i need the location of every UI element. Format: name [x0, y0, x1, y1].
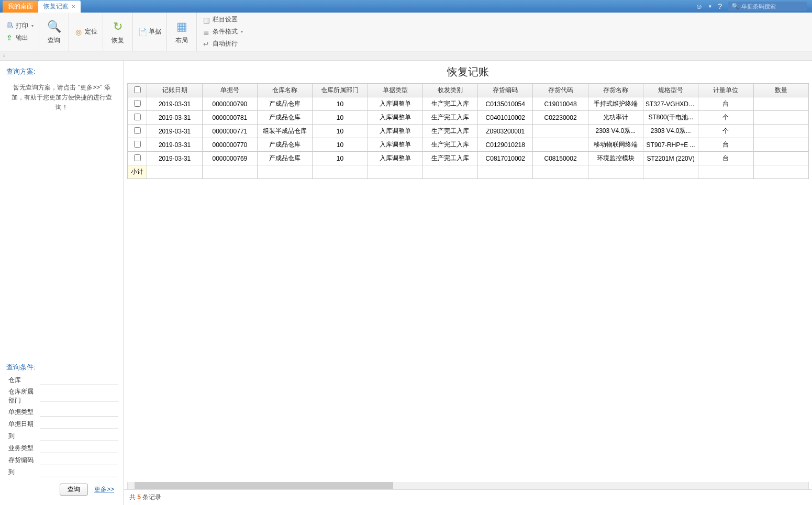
cond-input-7[interactable] — [40, 467, 118, 477]
table-row[interactable]: 2019-03-310000000771组装半成品仓库10入库调整单生产完工入库… — [128, 125, 809, 138]
table-row[interactable]: 2019-03-310000000770产成品仓库10入库调整单生产完工入库C0… — [128, 138, 809, 152]
cond-input-1[interactable] — [40, 391, 118, 401]
table-row[interactable]: 2019-03-310000000781产成品仓库10入库调整单生产完工入库C0… — [128, 111, 809, 125]
cond-label: 到 — [8, 468, 37, 477]
table-cell — [753, 138, 808, 152]
more-link[interactable]: 更多>> — [94, 485, 114, 494]
cond-input-3[interactable] — [40, 419, 118, 429]
table-cell: 2019-03-31 — [147, 125, 202, 138]
doc-button[interactable]: 📄单据 — [136, 26, 163, 37]
column-header[interactable]: 数量 — [753, 84, 808, 97]
column-header[interactable]: 仓库所属部门 — [313, 84, 368, 97]
restore-button[interactable]: ↻恢复 — [109, 18, 126, 45]
table-cell — [753, 125, 808, 138]
column-header[interactable]: 单据号 — [202, 84, 257, 97]
close-icon[interactable]: ✕ — [71, 4, 75, 9]
restore-label: 恢复 — [112, 36, 124, 45]
table-cell: 个 — [698, 111, 753, 125]
chevron-down-icon[interactable]: ▾ — [709, 4, 711, 9]
ribbon-group-locate: ◎定位 — [69, 13, 103, 51]
cond-label: 单据日期 — [8, 420, 37, 429]
collapse-ribbon[interactable]: ‹ — [0, 51, 812, 61]
table-cell: 0000000770 — [202, 138, 257, 152]
subtotal-cell — [422, 165, 477, 179]
horizontal-scrollbar[interactable] — [127, 482, 809, 489]
cond-row: 到 — [2, 466, 121, 478]
autowrap-button[interactable]: ↵自动折行 — [200, 38, 245, 49]
column-header[interactable]: 仓库名称 — [258, 84, 313, 97]
table-cell: ST800(干电池... — [643, 111, 698, 125]
tab-restore[interactable]: 恢复记账 ✕ — [38, 1, 81, 13]
table-cell: C19010048 — [533, 97, 588, 111]
row-checkbox[interactable] — [134, 154, 141, 161]
table-row[interactable]: 2019-03-310000000769产成品仓库10入库调整单生产完工入库C0… — [128, 152, 809, 165]
layout-button[interactable]: ▦布局 — [173, 18, 190, 45]
condformat-button[interactable]: ≣条件格式▾ — [200, 26, 245, 37]
cond-input-2[interactable] — [40, 407, 118, 417]
scrollbar-thumb[interactable] — [135, 482, 393, 489]
layout-label: 布局 — [175, 36, 188, 45]
ribbon-group-doc: 📄单据 — [133, 13, 167, 51]
table-cell: Z0903200001 — [478, 125, 533, 138]
query-submit-button[interactable]: 查询 — [60, 484, 88, 496]
cond-input-0[interactable] — [40, 375, 118, 385]
select-all-checkbox[interactable] — [134, 86, 141, 93]
locate-button[interactable]: ◎定位 — [72, 26, 99, 37]
cond-row: 单据日期 — [2, 418, 121, 430]
cond-label: 仓库所属部门 — [8, 387, 37, 405]
cond-row: 存货编码 — [2, 454, 121, 466]
column-header[interactable]: 存货编码 — [478, 84, 533, 97]
table-cell: 环境监控模块 — [588, 152, 643, 165]
tab-home[interactable]: 我的桌面 — [3, 1, 38, 13]
subtotal-cell — [313, 165, 368, 179]
subtotal-cell — [753, 165, 808, 179]
column-header[interactable]: 规格型号 — [643, 84, 698, 97]
subtotal-cell — [698, 165, 753, 179]
table-cell: 生产完工入库 — [422, 111, 477, 125]
cond-label: 存货编码 — [8, 456, 37, 465]
subtotal-cell — [202, 165, 257, 179]
cond-input-6[interactable] — [40, 455, 118, 465]
table-cell: 2019-03-31 — [147, 138, 202, 152]
search-input[interactable] — [741, 3, 804, 9]
column-header[interactable]: 单据类型 — [368, 84, 422, 97]
row-checkbox[interactable] — [134, 141, 141, 148]
table-cell: 移动物联网终端 — [588, 138, 643, 152]
ribbon-group-output: 🖶打印▾ ⇪输出 — [0, 13, 39, 51]
header-checkbox-cell — [128, 84, 147, 97]
table-cell: ST907-RHP+E ... — [643, 138, 698, 152]
column-header[interactable]: 计量单位 — [698, 84, 753, 97]
cond-row: 单据类型 — [2, 406, 121, 418]
row-checkbox[interactable] — [134, 114, 141, 120]
table-cell: 光功率计 — [588, 111, 643, 125]
footer-suffix: 条记录 — [142, 493, 161, 501]
autowrap-label: 自动折行 — [213, 39, 238, 48]
table-cell: 台 — [698, 97, 753, 111]
cond-input-4[interactable] — [40, 431, 118, 441]
row-checkbox[interactable] — [134, 127, 141, 134]
user-icon[interactable]: ☺ — [695, 2, 703, 10]
cond-input-5[interactable] — [40, 443, 118, 453]
ribbon-group-layout: ▦布局 — [167, 13, 197, 51]
subtotal-cell — [368, 165, 422, 179]
query-button[interactable]: 🔍查询 — [46, 18, 62, 45]
row-checkbox[interactable] — [134, 100, 141, 107]
export-button[interactable]: ⇪输出 — [3, 32, 36, 43]
column-header[interactable]: 存货代码 — [533, 84, 588, 97]
row-checkbox-cell — [128, 125, 147, 138]
column-header[interactable]: 收发类别 — [422, 84, 477, 97]
table-cell: 生产完工入库 — [422, 152, 477, 165]
columns-button[interactable]: ▥栏目设置 — [200, 14, 245, 25]
subtotal-cell — [147, 165, 202, 179]
table-cell: 10 — [313, 125, 368, 138]
help-icon[interactable]: ? — [718, 2, 722, 10]
cond-row: 到 — [2, 430, 121, 442]
table-cell: C02230002 — [533, 111, 588, 125]
row-checkbox-cell — [128, 138, 147, 152]
column-header[interactable]: 存货名称 — [588, 84, 643, 97]
table-cell: 产成品仓库 — [258, 111, 313, 125]
column-header[interactable]: 记账日期 — [147, 84, 202, 97]
table-row[interactable]: 2019-03-310000000790产成品仓库10入库调整单生产完工入库C0… — [128, 97, 809, 111]
print-button[interactable]: 🖶打印▾ — [3, 20, 36, 31]
table-cell: 10 — [313, 152, 368, 165]
